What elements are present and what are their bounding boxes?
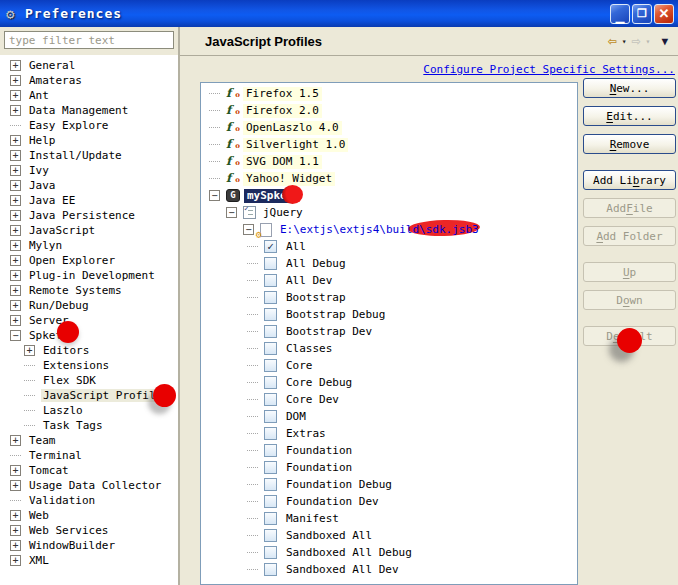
close-button[interactable]: ✕	[654, 4, 674, 24]
checkbox-unchecked[interactable]	[264, 563, 277, 576]
expand-toggle[interactable]: +	[10, 435, 21, 446]
filter-input[interactable]	[4, 31, 174, 49]
profile-node-foundation-debug[interactable]: Foundation Debug	[201, 476, 577, 493]
sidebar-item-java[interactable]: +Java	[0, 178, 178, 193]
profile-node-sandboxed-all-dev[interactable]: Sandboxed All Dev	[201, 561, 577, 578]
back-dropdown-icon[interactable]: ▾	[622, 37, 627, 46]
profile-node-core-dev[interactable]: Core Dev	[201, 391, 577, 408]
sidebar-item-extensions[interactable]: Extensions	[0, 358, 178, 373]
sidebar-item-task-tags[interactable]: Task Tags	[0, 418, 178, 433]
profile-node-sandboxed-all[interactable]: Sandboxed All	[201, 527, 577, 544]
checkbox-unchecked[interactable]	[264, 529, 277, 542]
checkbox-unchecked[interactable]	[264, 427, 277, 440]
expand-toggle[interactable]: +	[10, 150, 21, 161]
profile-node-all[interactable]: ✓All	[201, 238, 577, 255]
sidebar-item-laszlo[interactable]: Laszlo	[0, 403, 178, 418]
sidebar-item-remote-systems[interactable]: +Remote Systems	[0, 283, 178, 298]
profile-node-bootstrap[interactable]: Bootstrap	[201, 289, 577, 306]
profile-node-extras[interactable]: Extras	[201, 425, 577, 442]
profile-node-silverlight-1-0[interactable]: foSilverlight 1.0	[201, 136, 577, 153]
sidebar-item-tomcat[interactable]: +Tomcat	[0, 463, 178, 478]
checkbox-unchecked[interactable]	[264, 325, 277, 338]
sidebar-item-amateras[interactable]: +Amateras	[0, 73, 178, 88]
checkbox-unchecked[interactable]	[264, 546, 277, 559]
checkbox-unchecked[interactable]	[264, 393, 277, 406]
view-menu-icon[interactable]: ▼	[661, 35, 668, 48]
expand-toggle[interactable]: +	[10, 60, 21, 71]
expand-toggle[interactable]: +	[10, 225, 21, 236]
profile-node-all-dev[interactable]: All Dev	[201, 272, 577, 289]
sidebar-item-spket[interactable]: −Spket	[0, 328, 178, 343]
expand-toggle[interactable]: +	[10, 480, 21, 491]
add-library-button[interactable]: Add Library	[583, 170, 676, 190]
expand-toggle[interactable]: +	[10, 135, 21, 146]
checkbox-unchecked[interactable]	[264, 376, 277, 389]
sidebar-item-editors[interactable]: +Editors	[0, 343, 178, 358]
expand-toggle[interactable]: +	[10, 255, 21, 266]
minimize-button[interactable]: ▁	[610, 4, 630, 24]
sidebar-item-java-persistence[interactable]: +Java Persistence	[0, 208, 178, 223]
expand-toggle[interactable]: +	[10, 510, 21, 521]
expand-toggle[interactable]: +	[10, 105, 21, 116]
collapse-toggle[interactable]: −	[209, 190, 220, 201]
sidebar-item-ivy[interactable]: +Ivy	[0, 163, 178, 178]
checkbox-unchecked[interactable]	[264, 308, 277, 321]
checkbox-unchecked[interactable]	[264, 444, 277, 457]
sidebar-item-validation[interactable]: Validation	[0, 493, 178, 508]
expand-toggle[interactable]: +	[10, 195, 21, 206]
sidebar-item-help[interactable]: +Help	[0, 133, 178, 148]
sidebar-item-flex-sdk[interactable]: Flex SDK	[0, 373, 178, 388]
expand-toggle[interactable]: +	[10, 465, 21, 476]
profile-node-foundation[interactable]: Foundation	[201, 459, 577, 476]
sidebar-item-install-update[interactable]: +Install/Update	[0, 148, 178, 163]
profile-node-dom[interactable]: DOM	[201, 408, 577, 425]
checkbox-unchecked[interactable]	[264, 478, 277, 491]
sidebar-item-javascript-profiles[interactable]: JavaScript Profiles	[0, 388, 178, 403]
expand-toggle[interactable]: +	[10, 180, 21, 191]
expand-toggle[interactable]: +	[24, 345, 35, 356]
new-button[interactable]: New...	[583, 78, 676, 98]
sidebar-item-web-services[interactable]: +Web Services	[0, 523, 178, 538]
profile-node-e-extjs-extjs4-build-sdk-jsb3[interactable]: −⚙E:\extjs\extjs4\build\sdk.jsb3	[201, 221, 577, 238]
remove-button[interactable]: Remove	[583, 134, 676, 154]
expand-toggle[interactable]: +	[10, 540, 21, 551]
profile-node-core-debug[interactable]: Core Debug	[201, 374, 577, 391]
checkbox-unchecked[interactable]	[264, 342, 277, 355]
sidebar-item-windowbuilder[interactable]: +WindowBuilder	[0, 538, 178, 553]
profile-node-yahoo-widget[interactable]: foYahoo! Widget	[201, 170, 577, 187]
configure-project-settings-link[interactable]: Configure Project Specific Settings...	[423, 63, 675, 76]
maximize-button[interactable]: ❐	[632, 4, 652, 24]
profile-node-firefox-2-0[interactable]: foFirefox 2.0	[201, 102, 577, 119]
profile-node-firefox-1-5[interactable]: foFirefox 1.5	[201, 85, 577, 102]
sidebar-item-easy-explore[interactable]: Easy Explore	[0, 118, 178, 133]
expand-toggle[interactable]: +	[10, 90, 21, 101]
checkbox-unchecked[interactable]	[264, 257, 277, 270]
expand-toggle[interactable]: +	[10, 555, 21, 566]
checkbox-unchecked[interactable]	[264, 291, 277, 304]
checkbox-unchecked[interactable]	[264, 461, 277, 474]
checkbox-unchecked[interactable]	[264, 359, 277, 372]
sidebar-item-data-management[interactable]: +Data Management	[0, 103, 178, 118]
expand-toggle[interactable]: +	[10, 75, 21, 86]
sidebar-item-java-ee[interactable]: +Java EE	[0, 193, 178, 208]
checkbox-checked[interactable]: ✓	[264, 240, 277, 253]
profile-node-myspket[interactable]: −GmySpket	[201, 187, 577, 204]
profile-node-openlaszlo-4-0[interactable]: foOpenLaszlo 4.0	[201, 119, 577, 136]
sidebar-item-xml[interactable]: +XML	[0, 553, 178, 568]
expand-toggle[interactable]: +	[10, 300, 21, 311]
expand-toggle[interactable]: +	[10, 270, 21, 281]
sidebar-item-web[interactable]: +Web	[0, 508, 178, 523]
profile-node-manifest[interactable]: Manifest	[201, 510, 577, 527]
expand-toggle[interactable]: +	[10, 165, 21, 176]
expand-toggle[interactable]: +	[10, 210, 21, 221]
expand-toggle[interactable]: +	[10, 240, 21, 251]
checkbox-unchecked[interactable]	[264, 274, 277, 287]
profile-node-core[interactable]: Core	[201, 357, 577, 374]
profile-node-bootstrap-dev[interactable]: Bootstrap Dev	[201, 323, 577, 340]
sidebar-item-ant[interactable]: +Ant	[0, 88, 178, 103]
profile-node-sandboxed-all-debug[interactable]: Sandboxed All Debug	[201, 544, 577, 561]
collapse-toggle[interactable]: −	[243, 224, 254, 235]
profile-node-foundation-dev[interactable]: Foundation Dev	[201, 493, 577, 510]
profile-node-foundation[interactable]: Foundation	[201, 442, 577, 459]
expand-toggle[interactable]: +	[10, 315, 21, 326]
